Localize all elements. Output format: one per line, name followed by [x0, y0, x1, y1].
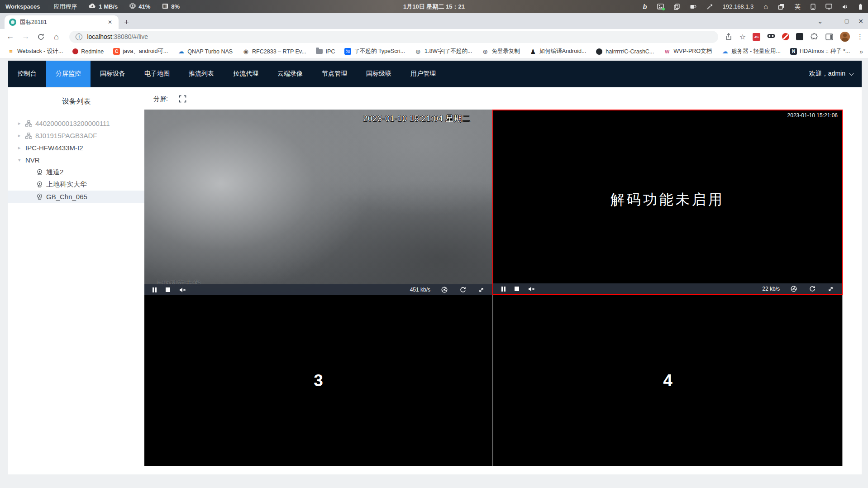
expand-icon[interactable] — [828, 286, 834, 292]
nav-gb-devices[interactable]: 国标设备 — [91, 61, 135, 87]
nav-cloud-record[interactable]: 云端录像 — [268, 61, 312, 87]
new-tab-button[interactable]: + — [124, 17, 129, 27]
bookmark-github[interactable]: hairrrrr/C-CrashC... — [596, 48, 654, 55]
input-method-indicator[interactable]: 英 — [795, 3, 801, 11]
battery-icon[interactable] — [858, 4, 863, 10]
url-host: localhost — [87, 33, 112, 40]
screenshot-app-icon[interactable] — [657, 4, 664, 10]
bookmark-redmine[interactable]: Redmine — [72, 48, 104, 55]
globe-icon: ⊕ — [415, 48, 422, 55]
ip-address[interactable]: 192.168.1.3 — [723, 3, 754, 10]
user-menu[interactable]: 欢迎，admin — [809, 61, 862, 87]
refresh-icon[interactable] — [460, 287, 466, 293]
address-bar[interactable]: i localhost :38080/#/live — [69, 31, 718, 43]
coffee-icon[interactable] — [690, 4, 696, 10]
extension-dark-icon[interactable] — [796, 33, 803, 40]
bookmark-star-icon[interactable]: ☆ — [739, 33, 746, 41]
bookmark-rfc[interactable]: ◉RFC2833 – RTP Ev... — [242, 48, 306, 55]
maximize-button[interactable]: ▢ — [844, 18, 849, 24]
video-cell-2[interactable]: 2023-01-10 15:21:06 解码功能未启用 22 kb/s — [492, 110, 843, 295]
mute-icon[interactable] — [179, 287, 186, 293]
nav-split-monitor[interactable]: 分屏监控 — [46, 61, 91, 87]
close-window-button[interactable]: ✕ — [858, 18, 863, 25]
home-button[interactable]: ⌂ — [51, 32, 62, 42]
pause-icon[interactable] — [153, 287, 157, 292]
player1-control-bar: 451 kb/s — [144, 284, 492, 295]
clipboard-icon[interactable] — [674, 4, 680, 10]
phone-link-icon[interactable] — [811, 4, 816, 10]
tree-item-ipc[interactable]: ▸ IPC-HFW4433M-I2 — [8, 142, 144, 154]
profile-avatar[interactable] — [840, 32, 850, 42]
browser-menu-icon[interactable]: ⋮ — [857, 33, 863, 41]
display-icon[interactable] — [825, 4, 832, 10]
nav-user-manage[interactable]: 用户管理 — [401, 61, 445, 87]
bookmark-csdn[interactable]: Cjava、android可... — [113, 48, 168, 55]
caret-icon[interactable]: ▾ — [18, 157, 25, 163]
app-content: 设备列表 ▸ 44020000013200000111 ▸ 8J01915PAG… — [8, 88, 862, 474]
volume-icon[interactable] — [842, 4, 849, 10]
nav-console[interactable]: 控制台 — [8, 61, 46, 87]
site-info-icon[interactable]: i — [76, 33, 82, 40]
forward-button[interactable]: → — [20, 32, 32, 41]
pause-icon[interactable] — [501, 287, 506, 292]
snapshot-icon[interactable] — [791, 286, 797, 292]
tree-item-platform2[interactable]: ▸ 8J01915PAGB3ADF — [8, 129, 144, 142]
nav-node-manage[interactable]: 节点管理 — [312, 61, 357, 87]
nav-push-list[interactable]: 推流列表 — [179, 61, 224, 87]
bookmark-android[interactable]: ♟如何编译Android... — [529, 48, 587, 55]
stop-icon[interactable] — [166, 287, 170, 292]
bookmark-folder-ipc[interactable]: IPC — [316, 48, 335, 55]
video-cell-1[interactable]: 2023-01-10 15:21:04 星期二 上地科实大华 451 kb/s — [144, 110, 492, 295]
memory-usage: 8% — [162, 3, 180, 10]
fullscreen-icon[interactable] — [179, 95, 186, 103]
video-cell-3[interactable]: 3 — [144, 295, 492, 466]
home-icon[interactable]: ⌂ — [763, 3, 768, 11]
snapshot-icon[interactable] — [441, 287, 448, 293]
tab-search-chevron-icon[interactable]: ⌄ — [817, 18, 823, 25]
applications-menu[interactable]: 应用程序 — [53, 3, 77, 11]
tree-item-dahua[interactable]: 上地科实大华 — [8, 178, 144, 191]
bookmark-webstack[interactable]: ≡Webstack - 设计... — [7, 48, 63, 55]
tree-item-platform1[interactable]: ▸ 44020000013200000111 — [8, 117, 144, 129]
video-cell-4[interactable]: 4 — [492, 295, 843, 466]
tree-item-channel2[interactable]: 通道2 — [8, 166, 144, 178]
bookmark-zhihu[interactable]: 知了不起的 TypeScri... — [344, 48, 405, 55]
side-panel-icon[interactable] — [825, 33, 833, 41]
nav-pull-proxy[interactable]: 拉流代理 — [224, 61, 268, 87]
workspaces-button[interactable]: Workspaces — [5, 3, 40, 10]
back-button[interactable]: ← — [5, 32, 16, 41]
nav-gb-cascade[interactable]: 国标级联 — [357, 61, 401, 87]
split-2x2-icon[interactable] — [197, 96, 205, 103]
caret-icon[interactable]: ▸ — [18, 133, 25, 139]
workspace-switcher-icon[interactable] — [778, 4, 785, 10]
share-icon[interactable] — [725, 33, 733, 41]
extension-mask-icon[interactable] — [767, 33, 775, 41]
expand-icon[interactable] — [478, 287, 484, 293]
browser-tab[interactable]: 国标28181 ✕ — [5, 15, 119, 29]
extension-js-icon[interactable]: JS — [753, 33, 760, 41]
stop-icon[interactable] — [515, 287, 519, 291]
mute-icon[interactable] — [528, 286, 535, 292]
reload-button[interactable] — [35, 33, 47, 41]
bookmark-article2[interactable]: ⊕免登录复制 — [482, 48, 520, 55]
bookmark-tencent-cloud[interactable]: ☁服务器 - 轻量应用... — [721, 48, 781, 55]
minimize-button[interactable]: – — [832, 18, 835, 25]
device-tree: ▸ 44020000013200000111 ▸ 8J01915PAGB3ADF… — [8, 117, 144, 203]
tree-item-nvr[interactable]: ▾ NVR — [8, 154, 144, 166]
bookmark-qnap[interactable]: ☁QNAP Turbo NAS — [177, 48, 233, 55]
color-picker-icon[interactable] — [706, 4, 713, 10]
bookmark-wvp-docs[interactable]: WWVP-PRO文档 — [663, 48, 712, 55]
bookmark-article1[interactable]: ⊕1.8W字|了不起的... — [415, 48, 472, 55]
bookmark-hdatmos[interactable]: NHDAtmos :: 种子 *... — [790, 48, 850, 55]
nav-map[interactable]: 电子地图 — [135, 61, 179, 87]
refresh-icon[interactable] — [809, 286, 816, 292]
tab-close-icon[interactable]: ✕ — [106, 18, 114, 26]
tree-item-gb-chn-065[interactable]: GB_Chn_065 — [8, 191, 144, 203]
caret-icon[interactable]: ▸ — [18, 120, 25, 126]
caret-icon[interactable]: ▸ — [18, 145, 25, 151]
extensions-puzzle-icon[interactable] — [810, 33, 818, 41]
split-3x3-icon[interactable] — [215, 95, 223, 103]
extension-adblock-icon[interactable] — [782, 33, 789, 40]
bing-icon[interactable]: b — [643, 3, 647, 10]
bookmarks-overflow-icon[interactable]: » — [859, 48, 863, 55]
